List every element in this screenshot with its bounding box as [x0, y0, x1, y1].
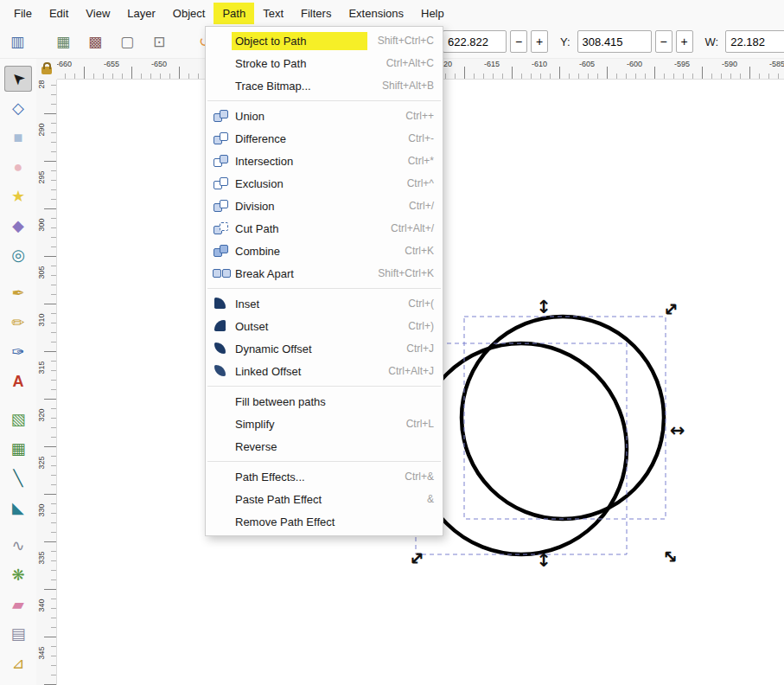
x-plus-button[interactable]: + [531, 30, 548, 53]
ruler-label: 330 [37, 496, 46, 524]
rectangle-tool[interactable]: ■ [4, 125, 32, 150]
ruler-label: 345 [37, 639, 46, 667]
menubar-item-help[interactable]: Help [412, 3, 453, 24]
menu-item-fill-between-paths[interactable]: Fill between paths [206, 390, 443, 413]
menubar-item-path[interactable]: Path [214, 3, 254, 24]
menu-separator [207, 288, 441, 289]
menu-item-outset[interactable]: OutsetCtrl+) [206, 315, 443, 337]
pencil-tool[interactable]: ✏ [4, 310, 32, 336]
box-3d-tool[interactable]: ◆ [4, 213, 32, 239]
show-grid-icon[interactable]: ▦ [51, 29, 75, 54]
ruler-label: 305 [37, 259, 46, 286]
menu-item-break-apart[interactable]: Break ApartShift+Ctrl+K [206, 262, 443, 285]
menu-icon-spacer [213, 79, 230, 93]
menubar-item-edit[interactable]: Edit [41, 3, 77, 24]
menubar-item-extensions[interactable]: Extensions [340, 3, 412, 24]
zoom-selection-icon[interactable]: ▢ [115, 29, 139, 54]
menubar-item-filters[interactable]: Filters [292, 3, 340, 24]
menubar-item-layer[interactable]: Layer [118, 3, 164, 24]
menu-separator [207, 386, 441, 387]
menubar-item-text[interactable]: Text [254, 3, 292, 24]
menubar-item-view[interactable]: View [77, 3, 118, 24]
star-tool[interactable]: ★ [4, 183, 32, 209]
spiral-tool[interactable]: ◎ [4, 242, 32, 268]
menu-item-shortcut: Ctrl+Alt+/ [391, 222, 434, 234]
spray-tool[interactable]: ❋ [4, 562, 32, 588]
snap-icon[interactable]: ▩ [83, 29, 107, 54]
calligraphy-tool-icon: ✑ [11, 344, 24, 360]
menubar-item-object[interactable]: Object [164, 3, 214, 24]
menu-item-intersection[interactable]: IntersectionCtrl+* [206, 150, 443, 172]
menu-item-label: Cut Path [235, 222, 380, 235]
tweak-tool[interactable]: ∿ [4, 533, 32, 559]
menu-item-shortcut: Shift+Alt+B [382, 80, 434, 92]
ruler-label: 285 [37, 80, 46, 96]
pen-tool[interactable]: ✒ [4, 280, 32, 306]
calligraphy-tool[interactable]: ✑ [4, 339, 32, 365]
y-plus-button[interactable]: + [676, 30, 693, 53]
eraser-tool[interactable]: ▰ [4, 592, 32, 618]
menu-item-label: Paste Path Effect [235, 493, 417, 506]
menu-item-path-effects[interactable]: Path Effects...Ctrl+& [206, 465, 443, 488]
menu-item-cut-path[interactable]: Cut PathCtrl+Alt+/ [206, 217, 443, 240]
text-tool[interactable]: A [4, 368, 32, 394]
inset-icon [213, 297, 230, 310]
menu-item-reverse[interactable]: Reverse [206, 435, 443, 458]
menu-item-inset[interactable]: InsetCtrl+( [206, 292, 443, 315]
menu-item-combine[interactable]: CombineCtrl+K [206, 240, 443, 262]
menu-item-division[interactable]: DivisionCtrl+/ [206, 195, 443, 217]
menu-item-label: Object to Path [232, 32, 367, 50]
menu-item-label: Reverse [235, 440, 424, 453]
measure-tool[interactable]: ⊿ [4, 650, 32, 676]
menu-item-label: Dynamic Offset [235, 342, 396, 355]
x-minus-button[interactable]: − [510, 30, 527, 53]
menu-item-object-to-path[interactable]: Object to PathShift+Ctrl+C [206, 29, 443, 52]
ellipse-tool[interactable]: ● [4, 154, 32, 180]
menu-item-shortcut: Ctrl+L [406, 418, 434, 430]
menu-item-label: Outset [235, 320, 398, 333]
node-editor-tool[interactable]: ◇ [4, 95, 32, 121]
ruler-label: -595 [671, 60, 693, 68]
paste-icon[interactable]: ▥ [5, 29, 29, 54]
w-input[interactable] [725, 30, 784, 53]
difference-icon [213, 131, 230, 145]
menu-item-stroke-to-path[interactable]: Stroke to PathCtrl+Alt+C [206, 52, 443, 74]
gradient-tool[interactable]: ▧ [4, 407, 32, 432]
menubar-item-file[interactable]: File [5, 3, 41, 24]
ruler-label: -655 [100, 60, 123, 68]
menu-item-simplify[interactable]: SimplifyCtrl+L [206, 413, 443, 435]
vertical-ruler[interactable]: 285290295300305310315320325330335340345 [36, 80, 57, 685]
ruler-label: 290 [37, 116, 46, 144]
menu-icon-spacer [213, 470, 230, 483]
mesh-gradient-tool[interactable]: ▦ [4, 436, 32, 462]
menu-item-linked-offset[interactable]: Linked OffsetCtrl+Alt+J [206, 360, 443, 382]
menu-item-remove-path-effect[interactable]: Remove Path Effect [206, 510, 443, 533]
menu-item-shortcut: Ctrl+Alt+J [388, 365, 434, 377]
pages-tool[interactable]: ▤ [4, 621, 32, 647]
outset-icon [213, 319, 230, 333]
paint-bucket-tool-icon: ◣ [12, 500, 24, 515]
menu-item-union[interactable]: UnionCtrl++ [206, 105, 443, 127]
menu-icon-spacer [213, 56, 230, 70]
menu-item-exclusion[interactable]: ExclusionCtrl+^ [206, 172, 443, 195]
menu-item-paste-path-effect[interactable]: Paste Path Effect& [206, 488, 443, 510]
selector-tool[interactable]: ➤ [4, 66, 32, 92]
paint-bucket-tool[interactable]: ◣ [4, 495, 32, 521]
menu-item-difference[interactable]: DifferenceCtrl+- [206, 127, 443, 150]
menu-item-shortcut: Ctrl+Alt+C [386, 57, 434, 69]
y-minus-button[interactable]: − [655, 30, 672, 53]
menu-item-label: Remove Path Effect [235, 515, 424, 528]
ruler-label: -610 [528, 60, 551, 68]
menu-item-shortcut: Ctrl+/ [409, 200, 434, 212]
zoom-drawing-icon[interactable]: ⊡ [147, 29, 171, 54]
menu-item-label: Path Effects... [235, 471, 394, 483]
mesh-gradient-tool-icon: ▦ [10, 441, 25, 457]
dropper-tool[interactable]: ╲ [4, 465, 32, 491]
y-input[interactable] [577, 30, 652, 53]
selector-tool-icon: ➤ [8, 68, 28, 88]
lock-icon[interactable] [41, 67, 52, 74]
ruler-label: -585 [766, 60, 784, 68]
menu-item-trace-bitmap[interactable]: Trace Bitmap...Shift+Alt+B [206, 74, 443, 97]
x-input[interactable] [443, 30, 507, 53]
menu-item-dynamic-offset[interactable]: Dynamic OffsetCtrl+J [206, 337, 443, 360]
